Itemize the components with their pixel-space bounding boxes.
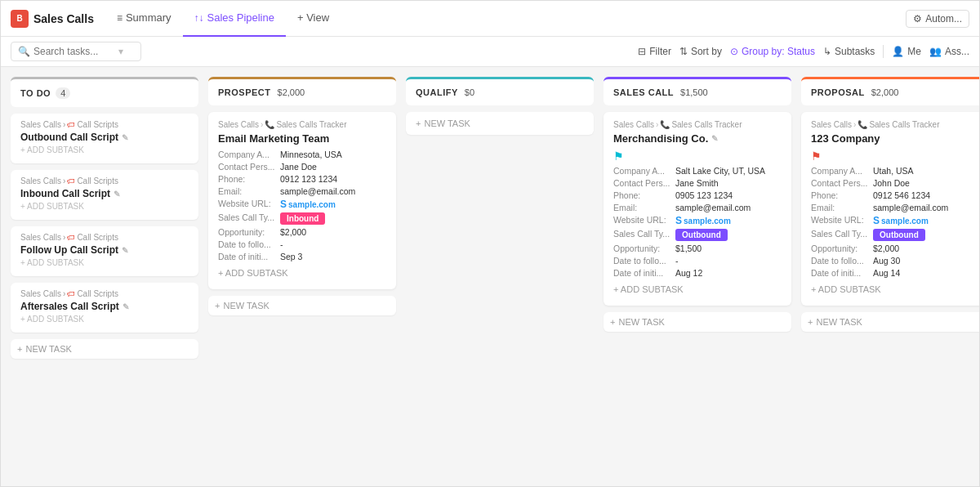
new-task-sc[interactable]: + NEW TASK <box>604 312 791 332</box>
sort-label: Sort by <box>691 46 722 57</box>
automate-button[interactable]: ⚙ Autom... <box>906 10 969 28</box>
me-button[interactable]: 👤 Me <box>892 46 921 57</box>
sort-button[interactable]: ⇅ Sort by <box>679 46 722 57</box>
edit-icon-1: ✎ <box>122 133 128 142</box>
prop-field-website: Website URL: sample.com <box>811 215 979 226</box>
todo-title-text-1: Outbound Call Script <box>20 132 118 143</box>
sc-title-text: Merchandising Co. <box>613 132 708 145</box>
subtasks-button[interactable]: ↳ Subtasks <box>823 46 875 57</box>
column-sales-call: SALES CALL $1,500 Sales Calls › 📞 Sales … <box>604 77 791 476</box>
breadcrumb-4: Sales Calls › 🏷 Call Scripts <box>20 289 189 298</box>
prospect-value-company: Minnesota, USA <box>280 150 342 159</box>
search-input[interactable] <box>33 46 115 57</box>
tab-view[interactable]: + View <box>286 1 341 37</box>
prospect-label-contact: Contact Pers... <box>218 162 277 172</box>
tab-sales-pipeline[interactable]: ↑↓ Sales Pipeline <box>183 1 286 37</box>
app-icon: B <box>11 10 29 28</box>
prospect-value-phone: 0912 123 1234 <box>280 174 337 184</box>
search-box[interactable]: 🔍 ▾ <box>11 42 141 61</box>
prospect-label-company: Company A... <box>218 150 277 159</box>
proposal-flag-icon: ⚑ <box>811 150 822 163</box>
filter-button[interactable]: ⊟ Filter <box>638 46 671 57</box>
todo-title-text-4: Aftersales Call Script <box>20 301 119 312</box>
new-task-proposal[interactable]: + NEW TASK <box>801 312 979 332</box>
prospect-field-email: Email: sample@email.com <box>218 186 386 196</box>
prop-label-email: Email: <box>811 203 870 212</box>
sales-call-card-title: Merchandising Co. ✎ <box>613 132 782 145</box>
new-task-label-proposal: NEW TASK <box>816 317 862 327</box>
tab-summary[interactable]: ≡ Summary <box>105 1 183 37</box>
prospect-value-contact: Jane Doe <box>280 162 317 172</box>
new-task-prospect[interactable]: + NEW TASK <box>208 296 396 315</box>
sc-label-follow: Date to follo... <box>613 256 672 266</box>
sc-value-opp: $1,500 <box>675 244 702 253</box>
add-subtask-3[interactable]: + ADD SUBTASK <box>20 256 189 270</box>
add-subtask-proposal[interactable]: + ADD SUBTASK <box>811 281 979 297</box>
add-subtask-4[interactable]: + ADD SUBTASK <box>20 312 189 326</box>
subtasks-label: Subtasks <box>835 46 875 57</box>
prospect-bc-right: Sales Calls Tracker <box>276 120 346 129</box>
breadcrumb-3: Sales Calls › 🏷 Call Scripts <box>20 233 189 242</box>
add-subtask-prospect[interactable]: + ADD SUBTASK <box>218 265 386 281</box>
new-task-qualify[interactable]: + NEW TASK <box>406 112 594 135</box>
prospect-label-follow: Date to follo... <box>218 239 277 249</box>
prop-bc-left: Sales Calls <box>811 120 852 129</box>
add-subtask-2[interactable]: + ADD SUBTASK <box>20 199 189 213</box>
new-task-plus-icon-proposal: + <box>808 317 813 327</box>
column-qualify: QUALIFY $0 + NEW TASK <box>406 77 594 476</box>
prop-field-init: Date of initi... Aug 14 <box>811 268 979 278</box>
proposal-breadcrumb: Sales Calls › 📞 Sales Calls Tracker <box>811 120 979 129</box>
col-count-todo: 4 <box>56 87 70 99</box>
sc-field-email: Email: sample@email.com <box>613 203 782 212</box>
prop-value-company: Utah, USA <box>873 166 914 176</box>
add-subtask-1[interactable]: + ADD SUBTASK <box>20 143 189 157</box>
prop-label-phone: Phone: <box>811 190 870 200</box>
prop-label-follow: Date to follo... <box>811 256 870 266</box>
prop-label-contact: Contact Pers... <box>811 178 870 188</box>
prospect-label-opp: Opportunity: <box>218 227 277 237</box>
new-task-plus-icon-todo: + <box>17 344 22 354</box>
column-todo: TO DO 4 Sales Calls › 🏷 Call Scripts Out… <box>11 77 198 476</box>
prospect-field-opp: Opportunity: $2,000 <box>218 227 386 237</box>
sort-icon: ⇅ <box>679 46 688 57</box>
sc-label-opp: Opportunity: <box>613 244 672 253</box>
sc-label-website: Website URL: <box>613 215 672 226</box>
prop-value-opp: $2,000 <box>873 244 899 253</box>
breadcrumb-2: Sales Calls › 🏷 Call Scripts <box>20 176 189 185</box>
new-task-plus-icon-prospect: + <box>215 301 220 311</box>
filter-icon: ⊟ <box>638 46 646 57</box>
toolbar-divider <box>883 45 884 58</box>
assign-button[interactable]: 👥 Ass... <box>929 46 969 57</box>
breadcrumb-icon-3: 🏷 <box>67 233 75 242</box>
new-task-todo[interactable]: + NEW TASK <box>11 339 198 359</box>
prop-field-phone: Phone: 0912 546 1234 <box>811 190 979 200</box>
sc-bc-sep: › <box>656 120 658 129</box>
sc-label-type: Sales Call Ty... <box>613 229 672 241</box>
kanban-board: TO DO 4 Sales Calls › 🏷 Call Scripts Out… <box>1 67 979 486</box>
header: B Sales Calls ≡ Summary ↑↓ Sales Pipelin… <box>1 1 979 37</box>
sc-value-company: Salt Lake City, UT, USA <box>675 166 765 176</box>
sc-value-contact: Jane Smith <box>675 178 719 188</box>
column-proposal: PROPOSAL $2,000 Sales Calls › 📞 Sales Ca… <box>801 77 979 476</box>
prospect-bc-sep: › <box>261 120 263 129</box>
prospect-card-title: Email Marketing Team <box>218 132 386 145</box>
edit-icon-sc: ✎ <box>711 134 718 143</box>
column-header-todo: TO DO 4 <box>11 77 198 107</box>
sc-field-follow: Date to follo... - <box>613 256 782 266</box>
sc-field-init: Date of initi... Aug 12 <box>613 268 782 278</box>
breadcrumb-icon-4: 🏷 <box>67 289 75 298</box>
prospect-badge-type: Inbound <box>280 212 325 225</box>
prospect-value-email: sample@email.com <box>280 186 355 196</box>
group-by-button[interactable]: ⊙ Group by: Status <box>730 46 815 57</box>
edit-icon-2: ✎ <box>114 190 120 199</box>
sc-value-website: sample.com <box>675 215 731 226</box>
prop-value-contact: John Doe <box>873 178 910 188</box>
prop-field-type: Sales Call Ty... Outbound <box>811 229 979 241</box>
sc-bc-icon: 📞 <box>660 120 670 129</box>
breadcrumb-left-2: Sales Calls <box>20 176 61 185</box>
sc-field-website: Website URL: sample.com <box>613 215 782 226</box>
breadcrumb-1: Sales Calls › 🏷 Call Scripts <box>20 120 189 129</box>
add-subtask-sc[interactable]: + ADD SUBTASK <box>613 281 782 297</box>
col-title-qualify: QUALIFY <box>416 87 458 97</box>
breadcrumb-sep-1: › <box>63 120 65 129</box>
